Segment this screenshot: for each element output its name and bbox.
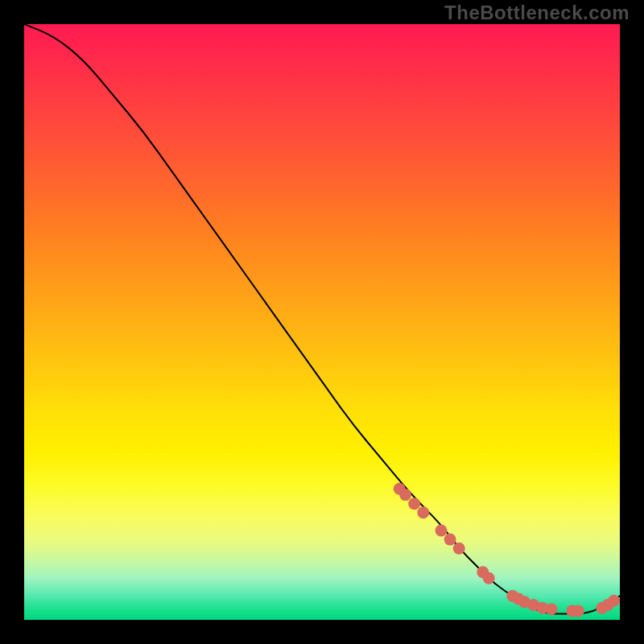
chart-svg bbox=[24, 24, 620, 620]
watermark-text: TheBottleneck.com bbox=[444, 2, 630, 24]
marker-point bbox=[483, 572, 495, 584]
marker-point bbox=[453, 543, 465, 555]
marker-point bbox=[408, 497, 420, 510]
marker-point bbox=[444, 534, 456, 546]
plot-area bbox=[24, 24, 620, 620]
marker-point bbox=[545, 603, 557, 615]
bottleneck-curve bbox=[24, 24, 620, 614]
marker-point bbox=[608, 595, 620, 607]
highlight-markers bbox=[394, 483, 620, 617]
marker-point bbox=[436, 525, 448, 537]
marker-point bbox=[572, 605, 584, 617]
marker-point bbox=[399, 489, 411, 501]
marker-point bbox=[417, 506, 429, 518]
